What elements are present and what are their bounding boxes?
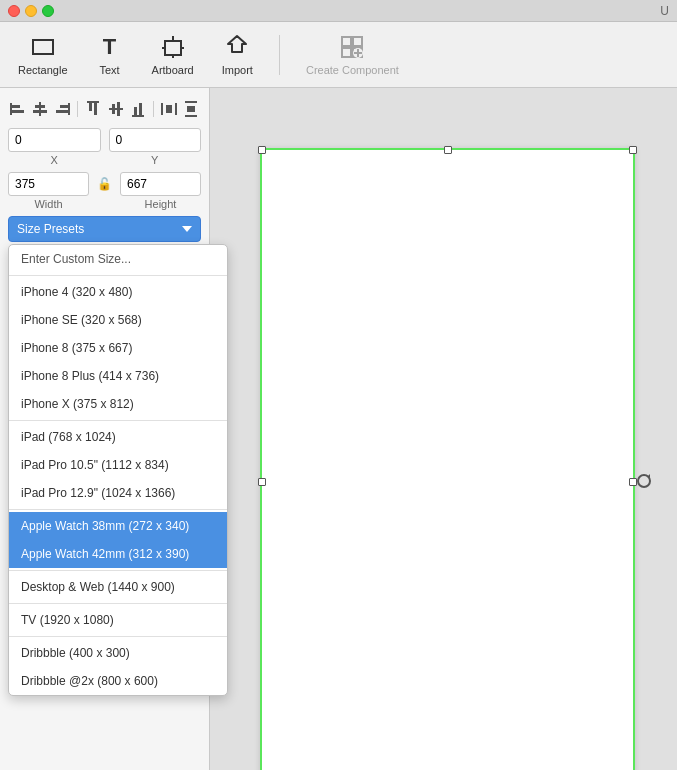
svg-rect-13 xyxy=(10,103,12,115)
x-input[interactable] xyxy=(8,128,101,152)
svg-rect-33 xyxy=(166,105,172,113)
svg-rect-8 xyxy=(342,48,351,57)
dropdown-item-iphone8[interactable]: iPhone 8 (375 x 667) xyxy=(9,334,227,362)
svg-rect-27 xyxy=(117,102,120,116)
handle-top-right[interactable] xyxy=(629,146,637,154)
svg-rect-19 xyxy=(68,103,70,115)
chevron-down-icon xyxy=(182,226,192,232)
align-bottom-button[interactable] xyxy=(128,98,148,120)
toolbar: Rectangle T Text Artboard Import xyxy=(0,22,677,88)
tool-create-component[interactable]: Create Component xyxy=(300,29,405,80)
lock-proportions-icon[interactable]: 🔓 xyxy=(97,177,112,191)
svg-rect-20 xyxy=(60,105,68,108)
height-input[interactable] xyxy=(120,172,201,196)
dropdown-item-dribbble[interactable]: Dribbble (400 x 300) xyxy=(9,639,227,667)
handle-top-left[interactable] xyxy=(258,146,266,154)
y-label: Y xyxy=(109,154,202,166)
size-presets-button[interactable]: Size Presets xyxy=(8,216,201,242)
tool-create-component-label: Create Component xyxy=(306,64,399,76)
dropdown-item-ipadpro129[interactable]: iPad Pro 12.9" (1024 x 1366) xyxy=(9,479,227,507)
svg-rect-0 xyxy=(165,41,181,55)
create-component-icon xyxy=(338,33,366,61)
svg-rect-32 xyxy=(175,103,177,115)
svg-rect-36 xyxy=(187,106,195,112)
lock-icon-container: 🔓 xyxy=(97,177,112,205)
tool-import[interactable]: Import xyxy=(216,29,259,80)
align-top-button[interactable] xyxy=(83,98,103,120)
titlebar-right-label: U xyxy=(660,4,669,18)
svg-rect-25 xyxy=(109,108,123,110)
minimize-button[interactable] xyxy=(25,5,37,17)
dropdown-item-desktop[interactable]: Desktop & Web (1440 x 900) xyxy=(9,573,227,601)
dropdown-item-iphonex[interactable]: iPhone X (375 x 812) xyxy=(9,390,227,418)
maximize-button[interactable] xyxy=(42,5,54,17)
x-field: X xyxy=(8,128,101,166)
rectangle-icon xyxy=(29,33,57,61)
dropdown-item-watch42[interactable]: Apple Watch 42mm (312 x 390) xyxy=(9,540,227,568)
distribute-h-button[interactable] xyxy=(159,98,179,120)
tool-artboard[interactable]: Artboard xyxy=(146,29,200,80)
width-label: Width xyxy=(8,198,89,210)
tool-rectangle[interactable]: Rectangle xyxy=(12,29,74,80)
width-field: Width xyxy=(8,172,89,210)
x-label: X xyxy=(8,154,101,166)
handle-middle-left[interactable] xyxy=(258,478,266,486)
canvas-area[interactable] xyxy=(210,88,677,770)
align-right-button[interactable] xyxy=(52,98,72,120)
handle-top-center[interactable] xyxy=(444,146,452,154)
y-input[interactable] xyxy=(109,128,202,152)
svg-rect-26 xyxy=(112,104,115,114)
left-panel: X Y Width 🔓 Height Size Preset xyxy=(0,88,210,770)
align-center-h-button[interactable] xyxy=(30,98,50,120)
size-presets-dropdown: Enter Custom Size... iPhone 4 (320 x 480… xyxy=(8,244,228,696)
svg-rect-18 xyxy=(33,110,47,113)
tool-text-label: Text xyxy=(99,64,119,76)
size-row: Width 🔓 Height xyxy=(8,172,201,210)
width-input[interactable] xyxy=(8,172,89,196)
svg-marker-5 xyxy=(228,36,246,52)
svg-rect-21 xyxy=(56,110,68,113)
dropdown-item-iphone4[interactable]: iPhone 4 (320 x 480) xyxy=(9,278,227,306)
dropdown-item-dribbble2x[interactable]: Dribbble @2x (800 x 600) xyxy=(9,667,227,695)
svg-rect-34 xyxy=(185,101,197,103)
dropdown-item-ipadpro105[interactable]: iPad Pro 10.5" (1112 x 834) xyxy=(9,451,227,479)
svg-rect-6 xyxy=(342,37,351,46)
dropdown-separator-2 xyxy=(9,420,227,421)
rotation-handle[interactable] xyxy=(635,472,653,490)
dropdown-item-iphonese[interactable]: iPhone SE (320 x 568) xyxy=(9,306,227,334)
tool-artboard-label: Artboard xyxy=(152,64,194,76)
svg-rect-29 xyxy=(134,107,137,115)
coord-row: X Y xyxy=(8,128,201,166)
text-icon: T xyxy=(96,33,124,61)
tool-text[interactable]: T Text xyxy=(90,29,130,80)
main-area: X Y Width 🔓 Height Size Preset xyxy=(0,88,677,770)
svg-rect-35 xyxy=(185,115,197,117)
svg-rect-15 xyxy=(12,110,24,113)
svg-rect-31 xyxy=(161,103,163,115)
svg-rect-7 xyxy=(353,37,362,46)
dropdown-item-tv[interactable]: TV (1920 x 1080) xyxy=(9,606,227,634)
dropdown-item-ipad[interactable]: iPad (768 x 1024) xyxy=(9,423,227,451)
close-button[interactable] xyxy=(8,5,20,17)
svg-rect-16 xyxy=(39,102,41,116)
dropdown-separator-5 xyxy=(9,603,227,604)
svg-rect-24 xyxy=(94,103,97,115)
dropdown-item-custom[interactable]: Enter Custom Size... xyxy=(9,245,227,273)
distribute-v-button[interactable] xyxy=(181,98,201,120)
align-left-button[interactable] xyxy=(8,98,28,120)
titlebar: U xyxy=(0,0,677,22)
svg-rect-30 xyxy=(139,103,142,115)
dropdown-item-watch38[interactable]: Apple Watch 38mm (272 x 340) xyxy=(9,512,227,540)
height-label: Height xyxy=(120,198,201,210)
dropdown-separator-1 xyxy=(9,275,227,276)
artboard-frame[interactable] xyxy=(260,148,635,770)
svg-point-37 xyxy=(638,475,650,487)
import-icon xyxy=(223,33,251,61)
dropdown-separator-4 xyxy=(9,570,227,571)
alignment-row-1 xyxy=(8,96,201,122)
dropdown-item-iphone8plus[interactable]: iPhone 8 Plus (414 x 736) xyxy=(9,362,227,390)
artboard-icon xyxy=(159,33,187,61)
align-center-v-button[interactable] xyxy=(105,98,125,120)
align-separator-2 xyxy=(153,101,154,117)
height-field: Height xyxy=(120,172,201,210)
